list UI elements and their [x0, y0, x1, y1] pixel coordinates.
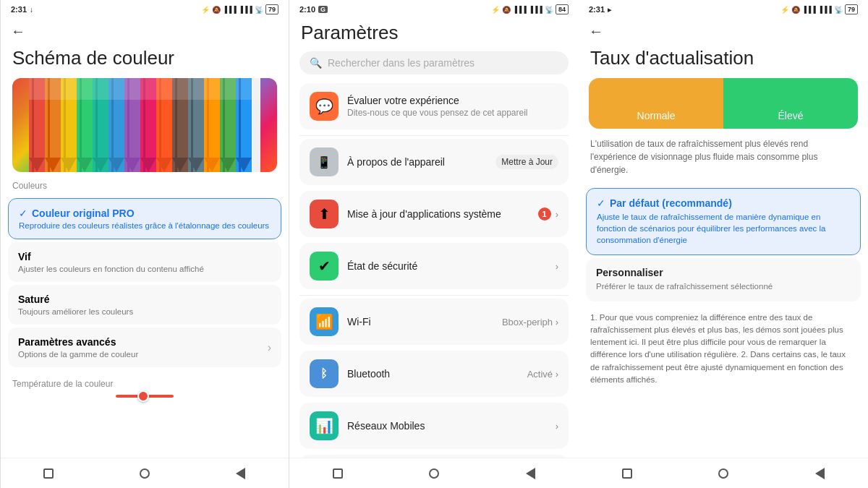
option-vif-sub: Ajuster les couleurs en fonction du cont…: [18, 265, 271, 273]
option-defaut-title: Par défaut (recommandé): [610, 197, 732, 209]
miseajour-badge: 1: [538, 207, 551, 221]
bottom-nav-1: [1, 458, 289, 488]
bottom-nav-3: [579, 458, 868, 488]
settings-item-bluetooth[interactable]: ᛒ Bluetooth Activé ›: [299, 351, 569, 397]
status-icons-1: ⚡ 🔕 ▐▐▐ ▐▐▐ 📡 79: [201, 4, 278, 14]
color-temp-slider[interactable]: [12, 395, 277, 398]
option-original-sub: Reproduire des couleurs réalistes grâce …: [19, 221, 271, 230]
color-pencils-image: [12, 78, 277, 172]
option-personnaliser-title: Personnaliser: [596, 267, 851, 278]
nav-back-1[interactable]: [233, 466, 249, 481]
settings-item-miseajour[interactable]: ⬆ Mise à jour d'applications système 1 ›: [299, 191, 569, 237]
status-time-3: 2:31 ▸: [589, 5, 611, 14]
rate-high-option[interactable]: Élevé: [723, 78, 858, 129]
status-icons-2: ⚡ 🔕 ▐▐▐ ▐▐▐ 📡 84: [491, 4, 569, 14]
rate-normal-option[interactable]: Normale: [589, 78, 723, 129]
panel-refresh-rate: 2:31 ▸ ⚡ 🔕 ▐▐▐ ▐▐▐ 📡 79 ← Taux d'actuali…: [579, 0, 868, 488]
panel-settings: 2:10 G ⚡ 🔕 ▐▐▐ ▐▐▐ 📡 84 Paramètres 🔍 Rec…: [289, 0, 579, 488]
apropos-right[interactable]: Mettre à Jour: [495, 155, 558, 169]
nav-home-3[interactable]: [715, 466, 731, 481]
option-sature[interactable]: Saturé Toujours améliorer les couleurs: [8, 285, 281, 325]
panel1-title: Schéma de couleur: [1, 43, 289, 78]
panel3-notes: 1. Pour que vous compreniez la différenc…: [579, 304, 868, 394]
search-input[interactable]: Rechercher dans les paramètres: [328, 57, 475, 69]
option-original[interactable]: ✓ Couleur original PRO Reproduire des co…: [8, 198, 281, 239]
option-vif-title: Vif: [18, 251, 271, 262]
miseajour-icon: ⬆: [310, 200, 339, 228]
apropos-title: À propos de l'appareil: [347, 156, 487, 168]
evaluer-icon: 💬: [310, 92, 339, 121]
settings-item-apropos[interactable]: 📱 À propos de l'appareil Mettre à Jour: [299, 139, 569, 185]
nav-back-3[interactable]: [812, 466, 827, 481]
wifi-icon: 📶: [310, 307, 339, 336]
back-button-1[interactable]: ←: [1, 17, 289, 43]
status-bar-1: 2:31 ↓ ⚡ 🔕 ▐▐▐ ▐▐▐ 📡 79: [1, 0, 289, 17]
option-avances-sub: Options de la gamme de couleur: [18, 350, 138, 359]
status-bar-2: 2:10 G ⚡ 🔕 ▐▐▐ ▐▐▐ 📡 84: [289, 0, 579, 17]
option-personnaliser[interactable]: Personnaliser Préférer le taux de rafraî…: [586, 258, 861, 301]
wifi-right: Bbox-periph ›: [502, 317, 558, 328]
divider-1: [299, 135, 569, 136]
option-sature-sub: Toujours améliorer les couleurs: [18, 307, 271, 316]
bluetooth-title: Bluetooth: [347, 368, 519, 380]
panel1-section-label: Couleurs: [1, 172, 289, 195]
option-sature-title: Saturé: [18, 294, 271, 305]
checkmark-icon: ✓: [19, 207, 27, 219]
settings-item-securite[interactable]: ✔ État de sécurité ›: [299, 243, 569, 289]
rate-selector[interactable]: Normale Élevé: [589, 78, 858, 129]
apropos-icon: 📱: [310, 147, 339, 176]
reseaux-title: Réseaux Mobiles: [347, 420, 547, 432]
chevron-right-icon: ›: [268, 341, 271, 354]
checkmark-defaut-icon: ✓: [597, 197, 605, 209]
status-time-1: 2:31 ↓: [11, 5, 33, 14]
settings-item-evaluer[interactable]: 💬 Évaluer votre expérience Dites-nous ce…: [299, 83, 569, 129]
panel2-title: Paramètres: [289, 17, 579, 51]
status-icons-3: ⚡ 🔕 ▐▐▐ ▐▐▐ 📡 79: [780, 4, 858, 14]
option-defaut[interactable]: ✓ Par défaut (recommandé) Ajuste le taux…: [586, 188, 861, 255]
back-button-3[interactable]: ←: [579, 17, 868, 43]
status-time-2: 2:10 G: [299, 5, 328, 14]
panel-color-scheme: 2:31 ↓ ⚡ 🔕 ▐▐▐ ▐▐▐ 📡 79 ← Schéma de coul…: [0, 0, 289, 488]
divider-2: [299, 295, 569, 296]
panel3-title: Taux d'actualisation: [579, 43, 868, 78]
search-icon: 🔍: [310, 57, 322, 69]
option-vif[interactable]: Vif Ajuster les couleurs en fonction du …: [8, 242, 281, 282]
svg-rect-29: [29, 78, 260, 100]
bottom-nav-2: [289, 458, 579, 488]
securite-icon: ✔: [310, 252, 339, 281]
search-bar[interactable]: 🔍 Rechercher dans les paramètres: [299, 51, 569, 74]
evaluer-sub: Dites-nous ce que vous pensez de cet app…: [347, 108, 558, 118]
securite-title: État de sécurité: [347, 260, 547, 272]
option-personnaliser-sub: Préférer le taux de rafraîchissement sél…: [596, 281, 851, 292]
reseaux-right: ›: [556, 421, 558, 432]
nav-home-1[interactable]: [137, 466, 153, 481]
option-original-title: Couleur original PRO: [32, 207, 135, 219]
panel1-bottom-label: Température de la couleur: [1, 370, 289, 392]
bluetooth-right: Activé ›: [527, 369, 558, 380]
securite-right: ›: [556, 261, 558, 272]
bluetooth-icon: ᛒ: [310, 359, 339, 388]
nav-square-3[interactable]: [619, 466, 635, 481]
miseajour-right: 1 ›: [538, 207, 558, 221]
panel3-desc: L'utilisation de taux de rafraîchissemen…: [579, 137, 868, 185]
option-defaut-sub: Ajuste le taux de rafraîchissement de ma…: [597, 211, 850, 246]
reseaux-icon: 📊: [310, 411, 339, 440]
nav-back-2[interactable]: [522, 466, 538, 481]
miseajour-title: Mise à jour d'applications système: [347, 208, 529, 220]
option-avances-title: Paramètres avancés: [18, 336, 138, 348]
evaluer-title: Évaluer votre expérience: [347, 95, 558, 106]
settings-item-reseaux[interactable]: 📊 Réseaux Mobiles ›: [299, 403, 569, 449]
nav-home-2[interactable]: [426, 466, 442, 481]
wifi-title: Wi-Fi: [347, 316, 493, 328]
settings-item-wifi[interactable]: 📶 Wi-Fi Bbox-periph ›: [299, 299, 569, 345]
nav-square-2[interactable]: [330, 466, 346, 481]
nav-square-1[interactable]: [41, 466, 56, 481]
status-bar-3: 2:31 ▸ ⚡ 🔕 ▐▐▐ ▐▐▐ 📡 79: [579, 0, 868, 17]
option-avances[interactable]: Paramètres avancés Options de la gamme d…: [8, 328, 281, 367]
